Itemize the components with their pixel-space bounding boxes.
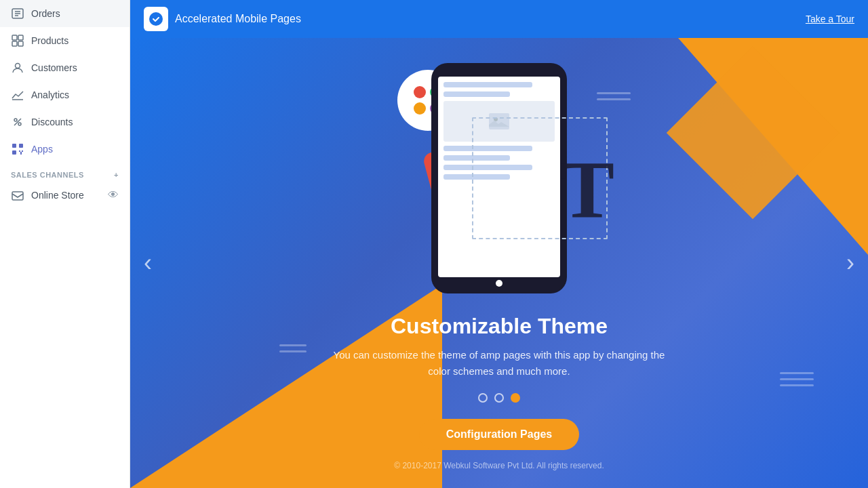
svg-point-10 — [14, 119, 17, 121]
carousel-footer: © 2010-2017 Webkul Software Pvt Ltd. All… — [394, 461, 604, 470]
app-title: Accelerated Mobile Pages — [175, 13, 301, 25]
illustration-container: T — [363, 56, 635, 300]
carousel-title: Customizable Theme — [330, 314, 669, 339]
sidebar-item-discounts[interactable]: Discounts — [0, 108, 130, 136]
orders-icon — [11, 7, 24, 20]
sidebar-item-discounts-label: Discounts — [31, 117, 73, 127]
carousel-dot-1[interactable] — [494, 393, 504, 403]
carousel-description: You can customize the theme of amp pages… — [330, 347, 669, 380]
svg-point-21 — [149, 12, 163, 26]
svg-rect-13 — [12, 144, 16, 148]
sidebar-item-customers-label: Customers — [31, 62, 77, 73]
discounts-icon — [11, 115, 24, 129]
carousel-dot-0[interactable] — [478, 393, 488, 403]
phone-home-button — [496, 280, 502, 287]
svg-rect-5 — [18, 35, 23, 40]
analytics-icon — [11, 88, 24, 102]
take-tour-button[interactable]: Take a Tour — [806, 14, 854, 24]
carousel-dot-2[interactable] — [511, 393, 520, 403]
sidebar-item-apps[interactable]: Apps — [0, 136, 130, 163]
carousel-next-arrow[interactable]: › — [846, 249, 854, 277]
svg-rect-18 — [22, 150, 23, 152]
svg-rect-20 — [12, 192, 23, 200]
dot-indicators — [330, 393, 669, 403]
sidebar-item-analytics[interactable]: Analytics — [0, 81, 130, 108]
sidebar-item-orders-label: Orders — [31, 8, 60, 19]
svg-rect-16 — [20, 152, 22, 153]
online-store-icon — [11, 188, 24, 202]
carousel-content: Customizable Theme You can customize the… — [302, 314, 696, 403]
carousel: ‹ › — [130, 38, 868, 488]
products-icon — [11, 34, 24, 47]
sidebar-item-online-store[interactable]: Online Store — [11, 183, 84, 207]
app-logo-area: Accelerated Mobile Pages — [144, 7, 301, 31]
online-store-label: Online Store — [31, 190, 84, 201]
customers-icon — [11, 61, 24, 75]
eye-icon[interactable]: 👁 — [108, 189, 119, 201]
add-sales-channel-icon[interactable]: + — [114, 171, 119, 179]
app-header: Accelerated Mobile Pages Take a Tour — [130, 0, 868, 38]
sidebar: Orders Products Customers — [0, 0, 130, 488]
sidebar-item-orders[interactable]: Orders — [0, 0, 130, 27]
svg-rect-17 — [19, 150, 20, 152]
carousel-prev-arrow[interactable]: ‹ — [144, 249, 152, 277]
sales-channels-label: SALES CHANNELS — [11, 171, 84, 179]
svg-rect-19 — [20, 153, 22, 155]
svg-rect-4 — [12, 35, 17, 40]
sidebar-item-apps-label: Apps — [31, 144, 53, 155]
svg-rect-7 — [18, 41, 23, 46]
online-store-row: Online Store 👁 — [0, 183, 130, 207]
svg-point-11 — [18, 123, 21, 125]
svg-rect-14 — [19, 144, 23, 148]
svg-rect-15 — [12, 150, 16, 155]
sidebar-item-customers[interactable]: Customers — [0, 54, 130, 81]
deco-lines-4 — [780, 372, 814, 386]
app-logo-icon — [144, 7, 168, 31]
typography-t: T — [560, 144, 614, 237]
svg-line-12 — [14, 119, 21, 125]
svg-rect-6 — [12, 41, 17, 46]
sales-channels-section: SALES CHANNELS + — [0, 163, 130, 183]
sidebar-item-products[interactable]: Products — [0, 27, 130, 54]
configuration-pages-button[interactable]: Configuration Pages — [419, 419, 579, 450]
apps-icon — [11, 142, 24, 156]
sidebar-item-products-label: Products — [31, 35, 68, 46]
svg-point-8 — [16, 64, 20, 68]
main-content: Accelerated Mobile Pages Take a Tour — [130, 0, 868, 488]
sidebar-item-analytics-label: Analytics — [31, 89, 69, 100]
